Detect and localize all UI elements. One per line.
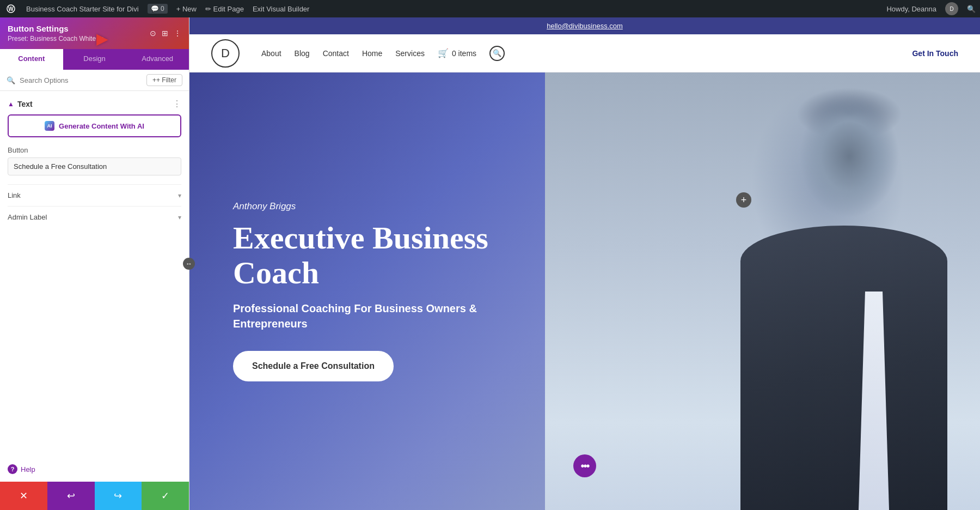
nav-blog[interactable]: Blog (295, 49, 310, 58)
panel-search-bar: 🔍 + + Filter (0, 70, 189, 91)
nav-cart[interactable]: 🛒 0 items (438, 48, 476, 58)
nav-home[interactable]: Home (362, 49, 382, 58)
site-logo[interactable]: D (211, 39, 240, 68)
site-nav: About Blog Contact Home Services 🛒 0 ite… (261, 46, 896, 61)
left-panel: Button Settings Preset: Business Coach W… (0, 17, 189, 510)
red-arrow-indicator: ◄ (93, 29, 112, 52)
columns-icon[interactable]: ⊞ (162, 29, 168, 38)
nav-search-icon[interactable]: 🔍 (489, 46, 505, 61)
hero-content: Anthony Briggs Executive Business Coach … (233, 201, 488, 382)
nav-about[interactable]: About (261, 49, 281, 58)
panel-header-icons: ⊙ ⊞ ⋮ (150, 29, 181, 38)
text-section-chevron-icon[interactable]: ▲ (8, 100, 14, 108)
main-layout: Button Settings Preset: Business Coach W… (0, 17, 980, 510)
comment-bubble[interactable]: 💬 0 (148, 4, 168, 14)
confirm-button[interactable]: ✓ (142, 482, 189, 510)
svg-text:W: W (8, 6, 14, 12)
email-bar: hello@divibusiness.com (189, 17, 980, 34)
section-options-button[interactable]: ••• (573, 454, 596, 477)
new-link[interactable]: + New (176, 5, 197, 13)
hero-title: Executive Business Coach (233, 221, 488, 290)
target-icon[interactable]: ⊙ (150, 29, 156, 38)
email-link[interactable]: hello@divibusiness.com (547, 22, 623, 30)
panel-header-left: Button Settings Preset: Business Coach W… (8, 24, 105, 42)
resize-handle[interactable]: ↔ (183, 258, 195, 270)
hero-name: Anthony Briggs (233, 201, 488, 212)
search-options-input[interactable] (20, 76, 142, 84)
panel-body: ▲ Text ⋮ AI Generate Content With AI But… (0, 91, 189, 457)
link-section-title: Link (8, 191, 21, 199)
user-avatar[interactable]: D (945, 2, 958, 15)
add-element-button[interactable]: + (736, 192, 751, 208)
panel-bottom-bar: ✕ ↩ ↪ ✓ (0, 482, 189, 510)
text-section-more-icon[interactable]: ⋮ (173, 99, 181, 109)
cancel-button[interactable]: ✕ (0, 482, 47, 510)
site-header: D About Blog Contact Home Services 🛒 0 i… (189, 34, 980, 72)
filter-button[interactable]: + + Filter (146, 74, 182, 86)
wp-logo-icon[interactable]: W (4, 2, 17, 15)
undo-button[interactable]: ↩ (47, 482, 95, 510)
help-icon: ? (8, 464, 17, 474)
ai-icon: AI (45, 121, 54, 131)
howdy-text: Howdy, Deanna (886, 5, 936, 13)
cart-items-label: 0 items (452, 49, 476, 58)
cart-icon: 🛒 (438, 48, 449, 58)
admin-label-header[interactable]: Admin Label ▾ (8, 213, 181, 221)
hero-section: Anthony Briggs Executive Business Coach … (189, 72, 980, 510)
link-section-header[interactable]: Link ▾ (8, 191, 181, 199)
hero-person-image (545, 72, 980, 510)
hero-subtitle: Professional Coaching For Business Owner… (233, 301, 488, 331)
edit-page-link[interactable]: ✏ Edit Page (205, 5, 244, 13)
site-name-text: Business Coach Starter Site for Divi (26, 5, 139, 13)
filter-plus-icon: + (152, 76, 156, 84)
button-field-label: Button (8, 146, 181, 154)
hero-cta-button[interactable]: Schedule a Free Consultation (233, 351, 394, 381)
ai-generate-button[interactable]: AI Generate Content With AI (8, 114, 181, 137)
person-face-shape (762, 72, 936, 510)
right-panel: hello@divibusiness.com D About Blog Cont… (189, 17, 980, 510)
admin-label-chevron-icon: ▾ (178, 214, 181, 221)
nav-services[interactable]: Services (395, 49, 425, 58)
admin-label-section: Admin Label ▾ (8, 206, 181, 228)
tab-advanced[interactable]: Advanced (126, 49, 189, 70)
button-text-input[interactable] (8, 157, 181, 175)
get-in-touch-button[interactable]: Get In Touch (912, 49, 958, 58)
panel-preset[interactable]: Preset: Business Coach White ▼ (8, 35, 105, 42)
link-section: Link ▾ (8, 184, 181, 206)
site-name-link[interactable]: Business Coach Starter Site for Divi (26, 5, 139, 13)
tab-content[interactable]: Content (0, 49, 63, 70)
button-text-section: Button (8, 146, 181, 175)
link-section-chevron-icon: ▾ (178, 192, 181, 199)
exit-builder-link[interactable]: Exit Visual Builder (253, 5, 310, 13)
admin-search-icon[interactable]: 🔍 (967, 5, 976, 13)
search-icon: 🔍 (7, 76, 15, 84)
text-section-header: ▲ Text ⋮ (8, 99, 181, 109)
more-icon[interactable]: ⋮ (174, 29, 181, 38)
help-section[interactable]: ? Help (0, 457, 189, 482)
wp-admin-bar: W Business Coach Starter Site for Divi 💬… (0, 0, 980, 17)
nav-contact[interactable]: Contact (323, 49, 349, 58)
text-section-title: ▲ Text (8, 100, 33, 108)
redo-button[interactable]: ↪ (95, 482, 142, 510)
panel-title: Button Settings (8, 24, 105, 33)
admin-label-title: Admin Label (8, 213, 47, 221)
